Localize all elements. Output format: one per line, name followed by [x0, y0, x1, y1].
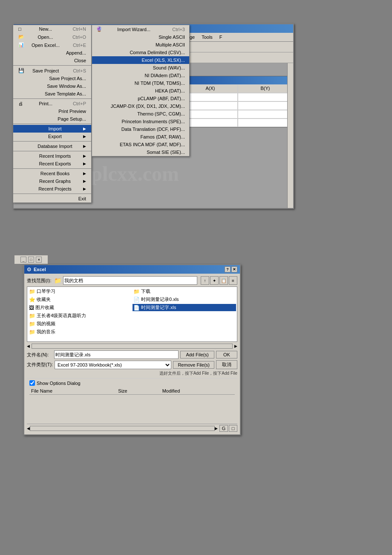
- menu-print[interactable]: 🖨 Print... Ctrl+P: [13, 100, 91, 107]
- book-row4-a[interactable]: [183, 119, 238, 127]
- menu-new[interactable]: □ New... Ctrl+N: [13, 25, 91, 33]
- file-item-xls1[interactable]: 📄 时间测量记字.xls: [133, 304, 236, 311]
- menu-recent-exports[interactable]: Recent Exports ▶: [13, 160, 91, 168]
- menu-export[interactable]: Export ▶: [13, 133, 91, 140]
- arrow-export: ▶: [83, 134, 86, 139]
- file-item-xls0[interactable]: 📄 时间测量记录0.xls: [133, 296, 236, 303]
- excel-close-btn[interactable]: ✕: [231, 266, 237, 272]
- mini-maximize[interactable]: □: [28, 257, 34, 263]
- bottom-square-btn[interactable]: □: [229, 425, 237, 432]
- ok-btn[interactable]: OK: [216, 351, 237, 358]
- search-input[interactable]: [63, 276, 197, 285]
- import-csv[interactable]: Comma Delimited (CSV)...: [92, 49, 189, 56]
- menu-save-window[interactable]: Save Window As...: [13, 82, 91, 90]
- search-up-btn[interactable]: ↑: [201, 276, 209, 285]
- bottom-scroll-row: ◀ ▶ G □: [27, 424, 237, 432]
- col-filename: File Name: [29, 387, 116, 395]
- book-row2-b[interactable]: [238, 101, 293, 110]
- cancel-btn[interactable]: 取消: [216, 360, 237, 369]
- search-new-btn[interactable]: ✦: [210, 276, 219, 285]
- menu-recent-imports[interactable]: Recent Imports ▶: [13, 152, 91, 160]
- file-item-wang[interactable]: 📁 王长者4级英语真题听力: [28, 312, 132, 319]
- tip-text2: ，按下Add File: [209, 370, 237, 376]
- menu-open[interactable]: 📂 Open... Ctrl+O: [13, 33, 91, 41]
- book-row2-a[interactable]: [183, 101, 238, 110]
- book-row3-a[interactable]: [183, 110, 238, 119]
- menu-page-setup[interactable]: Page Setup...: [13, 115, 91, 123]
- import-heka[interactable]: HEKA (DAT)...: [92, 87, 189, 95]
- book-row3-b[interactable]: [238, 110, 293, 119]
- file-list-area: 📁 口琴学习 📁 下载 ⭐ 收藏夹 📄 时间测量记录0.xls 🖼 图片收藏: [27, 286, 237, 342]
- arrow-recent-graphs: ▶: [83, 179, 86, 183]
- excel-help-btn[interactable]: ?: [225, 266, 231, 272]
- import-single-ascii[interactable]: Single ASCII: [92, 33, 189, 41]
- folder-icon-music: 📁: [29, 329, 35, 335]
- star-icon: ⭐: [29, 297, 35, 303]
- filetype-select[interactable]: Excel 97-2003 Workbook(*.xls): [55, 361, 171, 369]
- menu-exit[interactable]: Exit: [13, 195, 91, 202]
- import-submenu: 🔮 Import Wizard... Ctrl+3 Single ASCII M…: [92, 25, 190, 156]
- menu-recent-projects[interactable]: Recent Projects ▶: [13, 185, 91, 193]
- menu-recent-books[interactable]: Recent Books ▶: [13, 170, 91, 177]
- menu-open-excel[interactable]: 📊 Open Excel... Ctrl+E: [13, 41, 91, 49]
- file-item-empty2: [133, 320, 236, 327]
- book-row1-a[interactable]: [183, 93, 238, 101]
- show-options-checkbox[interactable]: [29, 380, 35, 386]
- search-detail-btn[interactable]: ≡: [229, 276, 237, 285]
- filename-input[interactable]: [54, 350, 179, 359]
- menu-save-project[interactable]: 💾 Save Project Ctrl+S: [13, 66, 91, 75]
- bottom-g-btn[interactable]: G: [219, 425, 228, 432]
- mini-minimize[interactable]: _: [20, 257, 26, 263]
- import-thermo[interactable]: Thermo (SPC, CGM)...: [92, 110, 189, 118]
- import-wizard[interactable]: 🔮 Import Wizard... Ctrl+3: [92, 25, 189, 33]
- folder-icon-0: 📁: [29, 289, 35, 295]
- file-item-fav[interactable]: ⭐ 收藏夹: [28, 296, 132, 303]
- remove-file-btn[interactable]: Remove File(s): [173, 361, 214, 369]
- menu-append[interactable]: Append...: [13, 49, 91, 57]
- menu-db-import[interactable]: Database Import ▶: [13, 142, 91, 150]
- import-famos[interactable]: Famos (DAT, RAW)...: [92, 133, 189, 141]
- book-row4-b[interactable]: [238, 119, 293, 127]
- add-file-btn[interactable]: Add File(s): [180, 351, 214, 358]
- import-princeton[interactable]: Princeton Instruments (SPE)...: [92, 118, 189, 125]
- hscrollbar2[interactable]: [30, 426, 215, 431]
- tip-text: 选好文件后，按下Add File: [159, 370, 209, 376]
- import-multiple-ascii[interactable]: Multiple ASCII: [92, 41, 189, 49]
- import-pclamp[interactable]: pCLAMP (ABF, DAT)...: [92, 95, 189, 102]
- menu-tools[interactable]: Tools: [198, 34, 216, 40]
- excel-titlebar: ⊙ Excel ? ✕: [24, 265, 240, 274]
- mini-close[interactable]: ✕: [36, 257, 42, 263]
- import-ni-tdm[interactable]: NI TDM (TDM, TDMS)...: [92, 79, 189, 87]
- sep-2: [13, 98, 91, 99]
- import-somat[interactable]: Somat SIE (SIE)...: [92, 148, 189, 156]
- search-view-btn[interactable]: 📋: [219, 276, 228, 285]
- import-data-translation[interactable]: Data Translation (DCF, HPF)...: [92, 125, 189, 133]
- menu-recent-graphs[interactable]: Recent Graphs ▶: [13, 177, 91, 185]
- menu-print-preview[interactable]: Print Preview: [13, 107, 91, 115]
- import-wav[interactable]: Sound (WAV)...: [92, 64, 189, 72]
- menu-save-template[interactable]: Save Template As...: [13, 90, 91, 98]
- book-col-b: B(Y): [238, 84, 293, 93]
- file-item-video[interactable]: 📁 我的视频: [28, 320, 132, 327]
- menu-save-as[interactable]: Save Project As...: [13, 75, 91, 82]
- book-row1-b[interactable]: [238, 93, 293, 101]
- pic-icon: 🖼: [29, 305, 34, 311]
- menu-import[interactable]: Import ▶: [13, 125, 91, 133]
- file-icon-xls1: 📄: [133, 305, 140, 311]
- import-etas[interactable]: ETAS INCA MDF (DAT, MDF)...: [92, 141, 189, 148]
- import-jcamp[interactable]: JCAMP-DX (DX, DX1, JDX, JCM)...: [92, 102, 189, 110]
- import-ni-diadem[interactable]: NI DIAdem (DAT)...: [92, 72, 189, 79]
- file-item-pics[interactable]: 🖼 图片收藏: [28, 304, 132, 311]
- scrollbar-v[interactable]: [287, 63, 293, 208]
- col-modified: Modified: [161, 387, 235, 395]
- import-excel[interactable]: Excel (XLS, XLSX)...: [92, 56, 189, 64]
- book-col-a: A(X): [183, 84, 238, 93]
- file-item-music[interactable]: 📁 我的音乐: [28, 328, 132, 335]
- table-row-empty4: [29, 415, 235, 422]
- file-item-0[interactable]: 📁 口琴学习: [28, 288, 132, 295]
- menu-close[interactable]: Close: [13, 57, 91, 64]
- file-item-dl[interactable]: 📁 下载: [133, 288, 236, 295]
- col-size: Size: [116, 387, 160, 395]
- menu-f[interactable]: F: [216, 34, 226, 40]
- hscrollbar[interactable]: [32, 344, 233, 349]
